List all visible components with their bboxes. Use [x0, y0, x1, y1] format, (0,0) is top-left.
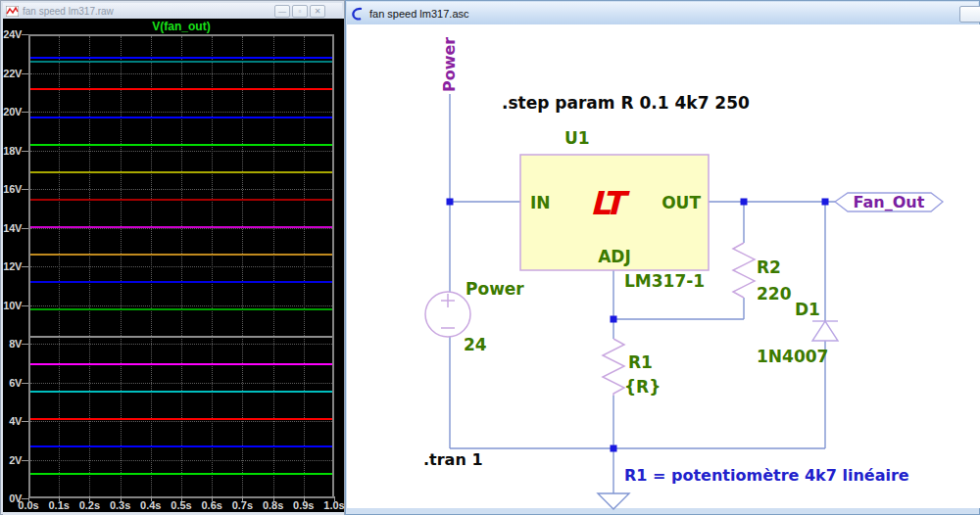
waveform-trace [30, 226, 332, 228]
y-axis-label: 24V [1, 28, 22, 40]
x-axis-tick [89, 496, 90, 501]
y-axis-tick [22, 112, 28, 113]
y-axis-label: 10V [1, 300, 22, 311]
y-axis-label: 12V [1, 260, 22, 272]
net-flag-label: Fan_Out [854, 193, 925, 211]
y-axis-tick [22, 228, 28, 229]
r1-ref-label[interactable]: R1 [628, 352, 653, 372]
screen: { "left_window": { "title": "fan speed l… [0, 0, 980, 515]
y-axis-label: 16V [1, 183, 22, 195]
d1-ref-label[interactable]: D1 [795, 300, 820, 319]
gridline-vertical [304, 36, 305, 496]
schematic-drawing: IN OUT ADJ LT Fan_Out U1 LM317-1 Power [346, 1, 980, 515]
waveform-trace [30, 199, 332, 201]
gridline-vertical [151, 36, 152, 496]
u1-value-label[interactable]: LM317-1 [624, 271, 705, 291]
spice-directive-tran[interactable]: .tran 1 [423, 450, 483, 469]
y-axis-label: 22V [1, 68, 22, 79]
chart-layers: V(fan_out) 24V22V20V18V16V14V12V10V8V6V4… [1, 1, 346, 515]
gridline-vertical [242, 36, 243, 496]
x-axis-tick [59, 496, 60, 501]
waveform-trace [30, 254, 332, 256]
pin-label-adj: ADJ [598, 247, 631, 266]
waveform-trace [30, 171, 332, 173]
x-axis-tick [121, 496, 122, 501]
resistor-r2[interactable] [733, 243, 755, 298]
x-axis-tick [181, 496, 182, 501]
diode-d1[interactable] [812, 321, 838, 341]
r1-value-label[interactable]: {R} [624, 377, 661, 397]
x-axis-tick [304, 496, 305, 501]
r2-ref-label[interactable]: R2 [757, 258, 781, 277]
junction-dot [611, 316, 617, 323]
pin-label-out: OUT [662, 193, 701, 212]
waveform-trace [30, 445, 332, 447]
waveform-window: fan speed lm317.raw — ▫ ✕ V(fan_out) 24V… [0, 0, 345, 515]
x-axis-tick [212, 496, 213, 501]
y-axis-tick [22, 151, 28, 152]
waveform-trace [30, 336, 332, 338]
resistor-r1[interactable] [603, 339, 624, 396]
y-axis-tick [22, 305, 28, 306]
junction-dot [611, 445, 617, 452]
x-axis-tick [273, 496, 274, 501]
y-axis-tick [22, 189, 28, 190]
y-axis-label: 6V [1, 377, 22, 389]
y-axis-tick [22, 421, 28, 422]
schematic-window: IN OUT ADJ LT Fan_Out U1 LM317-1 Power [345, 0, 980, 515]
gridline-vertical [121, 36, 122, 496]
waveform-trace [30, 281, 332, 283]
waveform-trace [30, 308, 332, 310]
x-axis-tick [28, 496, 29, 501]
waveform-trace [30, 57, 332, 59]
y-axis-label: 18V [1, 145, 22, 157]
junction-dot [822, 199, 829, 206]
y-axis-tick [22, 34, 28, 35]
x-axis-tick [242, 496, 243, 501]
y-axis-label: 14V [1, 222, 22, 234]
trace-legend-label[interactable]: V(fan_out) [28, 20, 334, 33]
spice-directive-step[interactable]: .step param R 0.1 4k7 250 [502, 93, 750, 113]
schematic-window-title: fan speed lm317.asc [369, 8, 974, 20]
pin-label-in: IN [530, 193, 551, 212]
v1-value-label[interactable]: 24 [464, 335, 487, 354]
gridline-vertical [59, 36, 60, 496]
waveform-trace [30, 88, 332, 90]
waveform-trace [30, 391, 332, 393]
ground-symbol[interactable] [598, 493, 629, 509]
gridline-vertical [89, 36, 90, 496]
net-label-power[interactable]: Power [440, 37, 459, 92]
waveform-trace [30, 473, 332, 475]
waveform-trace [30, 144, 332, 146]
y-axis-label: 20V [1, 106, 22, 117]
y-axis-tick [22, 460, 28, 461]
y-axis-tick [22, 266, 28, 267]
waveform-trace [30, 117, 332, 118]
v1-name-label[interactable]: Power [466, 279, 524, 299]
y-axis-label: 4V [1, 415, 22, 427]
x-axis-tick [334, 496, 335, 501]
y-axis-label: 8V [1, 338, 22, 350]
schematic-comment[interactable]: R1 = potentiomètre 4k7 linéaire [624, 466, 909, 485]
y-axis-label: 2V [1, 454, 22, 466]
schematic-titlebar[interactable]: fan speed lm317.asc [347, 2, 978, 24]
d1-value-label[interactable]: 1N4007 [757, 347, 828, 366]
y-axis-tick [22, 73, 28, 74]
u1-ref-label[interactable]: U1 [564, 128, 590, 148]
voltage-source-power[interactable] [425, 292, 470, 337]
junction-dot [741, 199, 748, 206]
net-flag-fan-out[interactable]: Fan_Out [835, 193, 943, 211]
waveform-trace [30, 363, 332, 365]
waveform-trace [30, 418, 332, 420]
ltspice-icon [351, 7, 365, 21]
junction-dot [447, 199, 454, 206]
window-button-partial[interactable] [959, 6, 980, 23]
lm317-symbol[interactable]: IN OUT ADJ LT [520, 155, 709, 270]
gridline-vertical [212, 36, 213, 496]
waveform-trace [30, 61, 332, 63]
y-axis-tick [22, 383, 28, 384]
y-axis-tick [22, 344, 28, 345]
x-axis-tick [151, 496, 152, 501]
gridline-vertical [181, 36, 182, 496]
r2-value-label[interactable]: 220 [757, 284, 792, 304]
